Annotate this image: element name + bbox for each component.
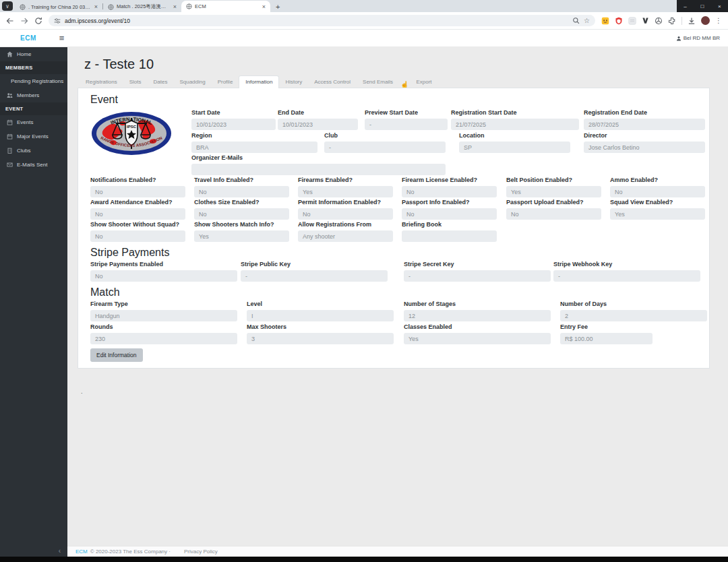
url-text: adm.ipscess.org/event/10 [65,18,130,24]
field-level: Level I [247,301,394,321]
tab-close-icon[interactable]: × [262,3,266,10]
field-input[interactable]: No [402,208,497,220]
field-input[interactable]: - [241,270,388,282]
field-max-shooters: Max Shooters 3 [247,323,394,344]
field-input[interactable]: - [553,270,700,282]
maximize-button[interactable]: □ [700,3,704,9]
users-icon [7,92,13,98]
field-input[interactable]: Yes [298,186,393,197]
close-button[interactable]: × [718,3,721,9]
field-input[interactable]: Yes [610,208,705,220]
menu-kebab-icon[interactable]: ⋮ [715,17,722,24]
field-preview-start-date: Preview Start Date - [365,109,448,130]
tab-access-control[interactable]: Access Control [308,76,357,88]
field-input[interactable]: - [365,119,448,130]
field-input[interactable]: Yes [404,333,551,344]
field-input[interactable]: BRA [191,142,317,153]
field-input[interactable]: No [90,270,237,282]
field-input[interactable]: - [324,142,446,153]
extension-v-icon[interactable] [642,17,649,24]
field-travel-info-enabled: Travel Info Enabled? No [194,177,289,197]
field-input[interactable]: No [90,230,185,242]
tab-close-icon[interactable]: × [94,3,98,10]
field-input[interactable]: 12 [404,310,551,321]
field-input[interactable]: 3 [247,333,394,344]
user-menu[interactable]: Bel RD MM BR [676,35,720,41]
sidebar-item-pending-registrations[interactable]: Pending Registrations [0,74,67,88]
field-input[interactable]: 21/07/2025 [451,119,579,130]
tab-profile[interactable]: Profile [212,76,239,88]
forward-button[interactable] [20,17,28,25]
field-input[interactable]: 28/07/2025 [584,119,705,130]
field-input[interactable]: 10/01/2023 [278,119,358,130]
extensions-puzzle-icon[interactable] [668,17,676,25]
tab-send-emails[interactable]: Send Emails [357,76,399,88]
sidebar-item-emails-sent[interactable]: E-Mails Sent [0,158,67,172]
field-input[interactable]: I [247,310,394,321]
new-tab-button[interactable]: + [276,3,280,11]
field-input[interactable]: No [194,208,289,220]
field-input[interactable]: - [404,270,551,282]
field-input[interactable]: Yes [506,186,601,197]
field-input[interactable]: Any shooter [298,230,393,242]
field-input[interactable]: No [402,186,497,197]
tab-registrations[interactable]: Registrations [80,76,123,88]
tab-squadding[interactable]: Squadding [173,76,211,88]
field-input[interactable]: Handgun [90,310,237,321]
edit-information-button[interactable]: Edit Information [90,348,143,362]
field-label: Belt Position Enabled? [506,177,601,184]
field-input[interactable]: No [298,208,393,220]
extension-shield-icon[interactable] [615,17,623,25]
browser-tab-2[interactable]: Match . 2025粤港澳大湾区射击俱乐 × [103,1,181,12]
field-input[interactable]: R$ 100.00 [560,333,653,344]
field-input[interactable]: SP [459,142,570,153]
field-input[interactable]: No [90,186,185,197]
privacy-policy-link[interactable]: Privacy Policy [184,549,218,555]
app-brand[interactable]: ECM [20,34,36,42]
field-input[interactable]: 10/01/2023 [191,119,276,130]
reload-button[interactable] [34,17,42,25]
field-location: Location SP [459,132,570,153]
field-label: Briefing Book [402,221,497,228]
tab-search-button[interactable]: ∨ [2,1,13,11]
field-input[interactable]: No [194,186,289,197]
sidebar-item-home[interactable]: Home [0,47,67,61]
field-input[interactable]: No [90,208,185,220]
browser-tab-1[interactable]: . Training for China 20 03 2025 × [15,1,102,12]
sidebar-toggle-icon[interactable]: ≡ [59,34,65,42]
tab-slots[interactable]: Slots [123,76,148,88]
field-input[interactable]: 2 [560,310,707,321]
tab-dates[interactable]: Dates [147,76,173,88]
back-button[interactable] [6,17,14,25]
browser-tab-active[interactable]: ECM × [181,1,270,12]
download-icon[interactable] [688,17,696,25]
bookmark-star-icon[interactable]: ☆ [584,18,590,24]
sidebar-collapse-icon[interactable]: ‹ [59,547,61,555]
sidebar-item-events[interactable]: Events [0,115,67,129]
sidebar-item-clubs[interactable]: Clubs [0,144,67,158]
field-input[interactable] [402,230,497,242]
field-label: Registration End Date [584,109,705,117]
zoom-icon[interactable] [572,17,580,24]
minimize-button[interactable]: – [684,3,686,9]
field-input[interactable]: 230 [90,333,237,344]
extension-gray-icon[interactable] [628,17,636,25]
sidebar-item-members[interactable]: Members [0,88,67,102]
extension-fan-icon[interactable] [655,17,663,25]
extension-yellow-icon[interactable] [601,17,609,25]
profile-avatar[interactable] [701,16,710,25]
sidebar-item-major-events[interactable]: Major Events [0,129,67,144]
field-label: Award Attendance Enabled? [90,199,185,206]
tab-close-icon[interactable]: × [173,3,177,10]
tab-history[interactable]: History [279,76,308,88]
footer-brand-link[interactable]: ECM [75,549,88,555]
field-input[interactable]: No [506,208,601,220]
address-bar[interactable]: adm.ipscess.org/event/10 ☆ [49,15,595,26]
tab-export[interactable]: Export [410,76,437,88]
field-input[interactable]: Jose Carlos Betino [584,142,705,153]
field-input[interactable]: No [610,186,705,197]
field-input[interactable] [191,164,446,175]
tab-information[interactable]: Information [239,75,279,88]
sidebar-item-label: Clubs [17,148,30,154]
field-input[interactable]: Yes [194,230,289,242]
